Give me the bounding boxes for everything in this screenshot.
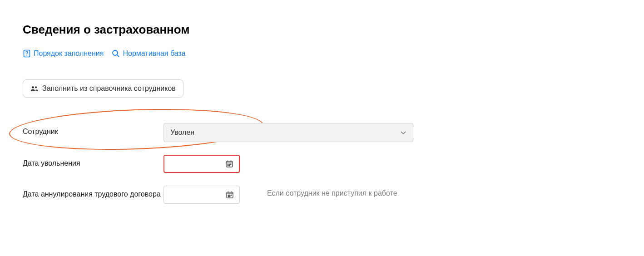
fill-from-directory-button[interactable]: Заполнить из справочника сотрудников (23, 79, 183, 98)
calendar-icon (226, 191, 234, 199)
cancellation-date-label: Дата аннулирования трудового договора (23, 186, 163, 199)
help-links: Порядок заполнения Нормативная база (23, 49, 621, 58)
svg-point-23 (229, 196, 230, 197)
search-icon (112, 49, 120, 58)
people-icon (30, 85, 39, 92)
svg-point-19 (228, 195, 229, 196)
fill-order-link[interactable]: Порядок заполнения (23, 49, 104, 58)
svg-point-4 (32, 86, 34, 89)
fill-from-directory-label: Заполнить из справочника сотрудников (42, 84, 176, 93)
svg-point-1 (26, 55, 27, 56)
normative-label: Нормативная база (123, 49, 185, 58)
svg-point-20 (229, 195, 230, 196)
help-icon (23, 49, 31, 58)
svg-point-5 (35, 86, 37, 88)
employee-row: Сотрудник Уволен (23, 123, 621, 142)
svg-point-21 (231, 195, 232, 196)
svg-point-13 (228, 165, 228, 166)
chevron-down-icon (400, 129, 406, 136)
calendar-icon (225, 160, 233, 168)
dismissal-date-label: Дата увольнения (23, 155, 163, 168)
normative-link[interactable]: Нормативная база (112, 49, 185, 58)
cancellation-hint: Если сотрудник не приступил к работе (267, 186, 397, 197)
svg-point-12 (230, 164, 231, 165)
dismissal-date-row: Дата увольнения (23, 155, 621, 173)
dismissal-date-input[interactable] (163, 155, 240, 173)
svg-point-11 (229, 164, 230, 165)
cancellation-date-input[interactable] (163, 186, 240, 204)
page-title: Сведения о застрахованном (23, 23, 621, 37)
employee-select[interactable]: Уволен (163, 123, 413, 142)
svg-point-14 (229, 165, 230, 166)
svg-line-3 (117, 55, 119, 57)
fill-order-label: Порядок заполнения (34, 49, 104, 58)
employee-label: Сотрудник (23, 123, 163, 137)
cancellation-date-row: Дата аннулирования трудового договора (23, 186, 621, 204)
svg-point-2 (113, 50, 118, 55)
form-area: Сотрудник Уволен Дата увольнения (23, 123, 621, 204)
svg-point-10 (228, 164, 228, 165)
employee-value: Уволен (170, 128, 194, 137)
svg-point-22 (228, 196, 229, 197)
